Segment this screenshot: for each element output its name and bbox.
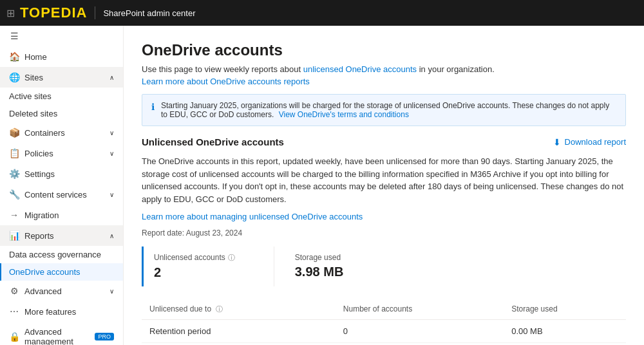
sidebar-item-deleted-sites-label: Deleted sites <box>9 109 57 118</box>
info-icon: ℹ <box>151 102 155 112</box>
containers-chevron-icon: ∨ <box>109 129 114 136</box>
stat-unlicensed-label: Unlicensed accounts ⓘ <box>154 253 235 263</box>
logo-text: TOPEDIA <box>20 5 87 21</box>
row-retention-policy-storage: 0.00 MB <box>504 342 626 345</box>
sidebar-item-sites-label: Sites <box>24 73 43 82</box>
content-services-chevron-icon: ∨ <box>109 191 114 198</box>
sites-icon: 🌐 <box>9 72 19 82</box>
sidebar-item-active-sites-label: Active sites <box>9 91 52 101</box>
topbar-title: SharePoint admin center <box>103 8 195 18</box>
report-date: Report date: August 23, 2024 <box>142 228 626 238</box>
section-title: Unlicensed OneDrive accounts <box>142 136 284 147</box>
sidebar-item-advanced[interactable]: ⚙ Advanced ∨ <box>0 281 123 301</box>
migration-icon: → <box>9 210 19 220</box>
topbar: ⊞ TOPEDIA SharePoint admin center <box>0 0 644 26</box>
main-content: OneDrive accounts Use this page to view … <box>124 26 644 345</box>
pro-badge: PRO <box>95 333 114 340</box>
section-learn-more: Learn more about managing unlicensed One… <box>142 210 626 223</box>
sidebar-item-more-features[interactable]: ⋯ More features <box>0 301 123 322</box>
stat-unlicensed-accounts: Unlicensed accounts ⓘ 2 <box>142 247 251 286</box>
sidebar-item-advanced-management-label: Advanced management <box>24 327 87 345</box>
stat-storage-used: Storage used 3.98 MB <box>285 247 359 286</box>
sidebar-item-migration[interactable]: → Migration <box>0 205 123 225</box>
sidebar-item-advanced-management[interactable]: 🔒 Advanced management PRO <box>0 322 123 345</box>
sidebar-menu-toggle[interactable]: ☰ <box>0 26 123 46</box>
containers-icon: 📦 <box>9 127 19 138</box>
advanced-icon: ⚙ <box>9 286 19 296</box>
sidebar-item-sites[interactable]: 🌐 Sites ∧ <box>0 67 123 88</box>
sidebar-item-reports[interactable]: 📊 Reports ∧ <box>0 225 123 246</box>
sidebar-sites-children: Active sites Deleted sites <box>0 88 123 122</box>
onedrive-terms-link[interactable]: View OneDrive's terms and conditions <box>279 110 409 119</box>
sidebar-reports-children: Data access governance OneDrive accounts <box>0 246 123 281</box>
unlicensed-link[interactable]: unlicensed OneDrive accounts <box>303 64 417 74</box>
row-retention-period-storage: 0.00 MB <box>504 319 626 342</box>
stats-divider <box>274 247 274 286</box>
topbar-divider <box>95 6 95 19</box>
col-header-number-of-accounts: Number of accounts <box>336 299 504 320</box>
learn-more-managing-link[interactable]: Learn more about managing unlicensed One… <box>142 212 363 221</box>
sidebar-item-data-access-governance-label: Data access governance <box>9 250 101 259</box>
table-header-row: Unlicensed due to ⓘ Number of accounts S… <box>142 299 626 320</box>
table-row: Retention policy 0 0.00 MB <box>142 342 626 345</box>
sidebar-item-reports-label: Reports <box>24 231 54 241</box>
download-label: Download report <box>565 137 626 147</box>
sidebar-item-advanced-label: Advanced <box>24 286 62 296</box>
sidebar-item-onedrive-accounts[interactable]: OneDrive accounts <box>0 263 123 281</box>
page-description: Use this page to view weekly reports abo… <box>142 64 626 74</box>
section-description: The OneDrive accounts in this report, up… <box>142 155 626 205</box>
col-info-icon: ⓘ <box>216 305 223 313</box>
grid-icon: ⊞ <box>6 7 15 19</box>
hamburger-icon: ☰ <box>9 31 19 41</box>
sidebar-item-data-access-governance[interactable]: Data access governance <box>0 246 123 263</box>
page-title: OneDrive accounts <box>142 41 626 59</box>
download-report-button[interactable]: ⬇ Download report <box>553 137 626 147</box>
sidebar-item-settings[interactable]: ⚙️ Settings <box>0 163 123 184</box>
sidebar-item-containers[interactable]: 📦 Containers ∨ <box>0 122 123 143</box>
stat-info-icon: ⓘ <box>228 253 235 263</box>
col-header-storage-used: Storage used <box>504 299 626 320</box>
sidebar-item-settings-label: Settings <box>24 169 55 179</box>
col-header-unlicensed-due-to: Unlicensed due to ⓘ <box>142 299 336 320</box>
row-retention-policy-accounts: 0 <box>336 342 504 345</box>
policies-chevron-icon: ∨ <box>109 150 114 157</box>
sidebar-item-policies[interactable]: 📋 Policies ∨ <box>0 143 123 163</box>
sidebar-item-containers-label: Containers <box>24 128 65 138</box>
stats-row: Unlicensed accounts ⓘ 2 Storage used 3.9… <box>142 247 626 286</box>
sidebar-item-content-services-label: Content services <box>24 190 87 200</box>
settings-icon: ⚙️ <box>9 169 19 179</box>
sidebar-item-onedrive-accounts-label: OneDrive accounts <box>9 267 80 277</box>
stat-storage-value: 3.98 MB <box>295 265 344 279</box>
advanced-management-icon: 🔒 <box>9 331 19 342</box>
row-retention-period-accounts: 0 <box>336 319 504 342</box>
stat-unlicensed-value: 2 <box>154 265 235 280</box>
sidebar-item-more-features-label: More features <box>24 307 76 317</box>
page-desc-text: Use this page to view weekly reports abo… <box>142 64 495 74</box>
sidebar: ☰ 🏠 Home 🌐 Sites ∧ Active sites Deleted … <box>0 26 124 345</box>
section-header: Unlicensed OneDrive accounts ⬇ Download … <box>142 136 626 147</box>
sidebar-item-home-label: Home <box>24 52 47 62</box>
layout: ☰ 🏠 Home 🌐 Sites ∧ Active sites Deleted … <box>0 26 644 345</box>
sidebar-item-home[interactable]: 🏠 Home <box>0 46 123 67</box>
page-desc-link: Learn more about OneDrive accounts repor… <box>142 77 626 86</box>
sidebar-item-migration-label: Migration <box>24 210 59 220</box>
row-retention-policy-label: Retention policy <box>142 342 336 345</box>
learn-more-accounts-link[interactable]: Learn more about OneDrive accounts repor… <box>142 77 310 86</box>
unlicensed-table: Unlicensed due to ⓘ Number of accounts S… <box>142 299 626 346</box>
advanced-chevron-icon: ∨ <box>109 288 114 295</box>
sidebar-item-deleted-sites[interactable]: Deleted sites <box>0 105 123 122</box>
info-banner-text: Starting January 2025, organizations wil… <box>161 101 616 119</box>
reports-icon: 📊 <box>9 230 19 241</box>
policies-icon: 📋 <box>9 148 19 158</box>
reports-chevron-icon: ∧ <box>109 232 114 239</box>
sidebar-item-policies-label: Policies <box>24 149 53 158</box>
content-services-icon: 🔧 <box>9 189 19 200</box>
info-banner: ℹ Starting January 2025, organizations w… <box>142 94 626 126</box>
home-icon: 🏠 <box>9 51 19 62</box>
row-retention-period-label: Retention period <box>142 319 336 342</box>
table-row: Retention period 0 0.00 MB <box>142 319 626 342</box>
stat-storage-label: Storage used <box>295 253 344 262</box>
sidebar-item-active-sites[interactable]: Active sites <box>0 88 123 105</box>
topbar-logo: ⊞ TOPEDIA <box>6 5 87 21</box>
sidebar-item-content-services[interactable]: 🔧 Content services ∨ <box>0 184 123 205</box>
